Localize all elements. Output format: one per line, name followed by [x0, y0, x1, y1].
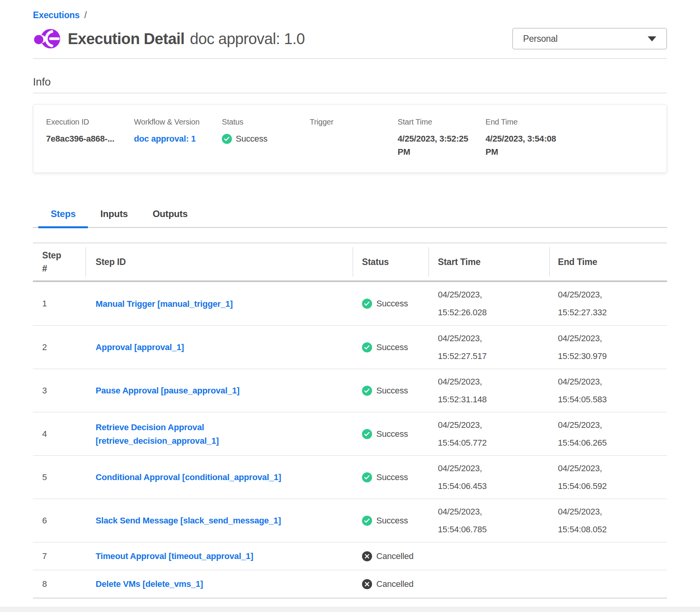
- step-number: 7: [33, 551, 86, 561]
- relay-logo-icon: [33, 27, 62, 51]
- workspace-selector[interactable]: Personal: [512, 28, 667, 50]
- step-end-time: 04/25/2023, 15:54:06.265: [549, 416, 667, 452]
- step-link[interactable]: Conditional Approval [conditional_approv…: [96, 472, 281, 482]
- step-number: 1: [33, 299, 86, 309]
- table-row: 7Timeout Approval [timeout_approval_1]Ca…: [33, 542, 667, 570]
- info-label: Trigger: [310, 118, 392, 127]
- breadcrumb-executions-link[interactable]: Executions: [33, 10, 80, 21]
- status-label: Success: [376, 429, 408, 439]
- info-section-heading: Info: [33, 76, 667, 88]
- step-start-time: 04/25/2023, 15:52:26.028: [429, 286, 549, 321]
- step-start-time: 04/25/2023, 15:54:06.453: [429, 460, 549, 495]
- table-header: Step # Step ID Status Start Time End Tim…: [33, 243, 667, 282]
- success-icon: [362, 299, 372, 309]
- tab-outputs[interactable]: Outputs: [140, 205, 200, 227]
- breadcrumb-separator: /: [84, 10, 87, 21]
- table-body: 1Manual Trigger [manual_trigger_1]Succes…: [33, 282, 667, 598]
- info-label: Status: [222, 118, 304, 127]
- info-field-start-time: Start Time 4/25/2023, 3:52:25 PM: [398, 118, 486, 159]
- status-label: Cancelled: [376, 551, 413, 561]
- execution-id-value: 7e8ac396-a868-...: [46, 132, 129, 145]
- info-field-execution-id: Execution ID 7e8ac396-a868-...: [46, 118, 134, 159]
- breadcrumb: Executions /: [33, 10, 667, 21]
- header-divider: [33, 58, 667, 59]
- table-row: 3Pause Approval [pause_approval_1]Succes…: [33, 369, 667, 412]
- column-header-step-number: Step #: [33, 243, 86, 280]
- page-subtitle: doc approval: 1.0: [190, 30, 305, 48]
- start-time-value: 4/25/2023, 3:52:25 PM: [398, 132, 480, 159]
- step-number: 2: [33, 342, 86, 352]
- execution-info-card: Execution ID 7e8ac396-a868-... Workflow …: [33, 104, 667, 173]
- step-end-time: 04/25/2023, 15:54:05.583: [549, 373, 667, 409]
- steps-table: Step # Step ID Status Start Time End Tim…: [33, 243, 667, 598]
- tab-bar: Steps Inputs Outputs: [33, 205, 667, 228]
- table-row: 2Approval [approval_1]Success04/25/2023,…: [33, 325, 667, 369]
- column-header-start-time: Start Time: [429, 243, 549, 280]
- step-start-time: 04/25/2023, 15:54:06.785: [429, 503, 549, 538]
- step-number: 4: [33, 429, 86, 439]
- info-field-status: Status Success: [222, 118, 310, 159]
- step-link[interactable]: Approval [approval_1]: [96, 342, 184, 352]
- success-icon: [362, 429, 372, 439]
- bottom-strip: [0, 607, 700, 612]
- status-label: Cancelled: [376, 579, 413, 589]
- chevron-down-icon: [648, 36, 656, 41]
- info-label: Execution ID: [46, 118, 129, 127]
- info-label: End Time: [486, 118, 649, 127]
- execution-detail-page: Executions / Execution Detail doc approv…: [0, 0, 700, 612]
- status-value: Success: [236, 132, 268, 145]
- status-label: Success: [376, 299, 408, 309]
- step-end-time: 04/25/2023, 15:54:06.592: [549, 460, 667, 495]
- step-link[interactable]: Slack Send Message [slack_send_message_1…: [96, 516, 281, 525]
- cancelled-icon: [362, 579, 372, 589]
- step-link[interactable]: Timeout Approval [timeout_approval_1]: [96, 551, 253, 561]
- status-label: Success: [376, 472, 408, 482]
- success-icon: [362, 472, 372, 482]
- step-end-time: 04/25/2023, 15:52:30.979: [549, 330, 667, 365]
- success-icon: [222, 134, 232, 144]
- workflow-version-link[interactable]: doc approval: 1: [134, 134, 196, 144]
- info-label: Start Time: [398, 118, 480, 127]
- column-header-status: Status: [353, 243, 429, 280]
- info-field-trigger: Trigger: [310, 118, 398, 159]
- tab-steps[interactable]: Steps: [38, 205, 88, 227]
- table-row: 6Slack Send Message [slack_send_message_…: [33, 499, 667, 542]
- title-row: Execution Detail doc approval: 1.0 Perso…: [33, 27, 667, 51]
- success-icon: [362, 386, 372, 396]
- step-end-time: 04/25/2023, 15:52:27.332: [549, 286, 667, 321]
- step-link[interactable]: Manual Trigger [manual_trigger_1]: [96, 299, 233, 309]
- end-time-value: 4/25/2023, 3:54:08 PM: [486, 132, 649, 159]
- status-label: Success: [376, 516, 408, 526]
- table-row: 4Retrieve Decision Approval [retrieve_de…: [33, 412, 667, 455]
- success-icon: [362, 342, 372, 352]
- step-start-time: 04/25/2023, 15:54:05.772: [429, 416, 549, 452]
- table-row: 1Manual Trigger [manual_trigger_1]Succes…: [33, 282, 667, 325]
- table-row: 8Delete VMs [delete_vms_1]Cancelled: [33, 570, 667, 598]
- page-title: Execution Detail: [68, 30, 185, 48]
- step-link[interactable]: Retrieve Decision Approval [retrieve_dec…: [96, 422, 219, 446]
- step-number: 8: [33, 579, 86, 589]
- info-label: Workflow & Version: [134, 118, 216, 127]
- status-label: Success: [376, 342, 408, 352]
- step-number: 6: [33, 516, 86, 526]
- cancelled-icon: [362, 551, 372, 561]
- step-link[interactable]: Delete VMs [delete_vms_1]: [96, 579, 203, 589]
- info-divider: [33, 93, 667, 93]
- step-link[interactable]: Pause Approval [pause_approval_1]: [96, 386, 240, 395]
- workspace-selector-value: Personal: [523, 34, 558, 44]
- column-header-step-id: Step ID: [86, 243, 353, 280]
- step-end-time: 04/25/2023, 15:54:08.052: [549, 503, 667, 538]
- tab-inputs[interactable]: Inputs: [88, 205, 140, 227]
- step-start-time: 04/25/2023, 15:52:27.517: [429, 330, 549, 365]
- info-field-end-time: End Time 4/25/2023, 3:54:08 PM: [486, 118, 654, 159]
- column-header-end-time: End Time: [549, 243, 667, 280]
- step-number: 3: [33, 386, 86, 396]
- success-icon: [362, 516, 372, 526]
- table-row: 5Conditional Approval [conditional_appro…: [33, 455, 667, 499]
- step-start-time: 04/25/2023, 15:52:31.148: [429, 373, 549, 409]
- info-field-workflow-version: Workflow & Version doc approval: 1: [134, 118, 222, 159]
- status-label: Success: [376, 386, 408, 396]
- step-number: 5: [33, 472, 86, 482]
